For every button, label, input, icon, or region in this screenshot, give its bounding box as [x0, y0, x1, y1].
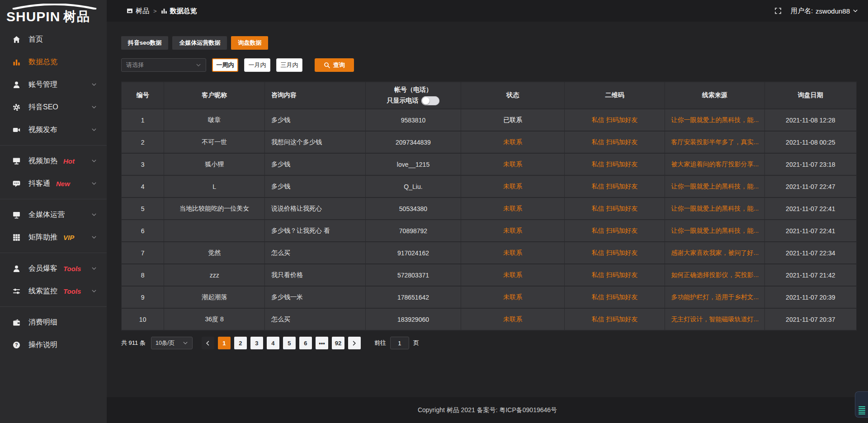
cell-source-link[interactable]: 让你一眼就爱上的黑科技，能...	[665, 175, 764, 197]
page-number-button[interactable]: 1	[218, 337, 231, 349]
cell-source-link[interactable]: 被大家追着问的客厅投影分享...	[665, 153, 764, 175]
widget-bar	[859, 414, 865, 414]
page-number-label: 3	[255, 340, 258, 347]
cell-inquiry: 我想问这个多少钱	[265, 131, 366, 153]
cell-qr-actions[interactable]: 私信 扫码加好友	[565, 220, 665, 242]
sidebar-item[interactable]: 消费明细	[0, 311, 107, 334]
gear-icon	[13, 103, 22, 111]
breadcrumb-page[interactable]: 数据总览	[161, 7, 197, 15]
table-row: 6 多少钱？让我死心 看 70898792 未联系 私信 扫码加好友 让你一眼就…	[122, 220, 857, 242]
cell-source-link[interactable]: 让你一眼就爱上的黑科技，能...	[665, 220, 764, 242]
sidebar-item-label: 账号管理	[28, 80, 57, 89]
phone-only-toggle[interactable]	[421, 96, 439, 105]
table-row: 4 L 多少钱 Q_Liu. 未联系 私信 扫码加好友 让你一眼就爱上的黑科技，…	[122, 175, 857, 197]
cell-no: 5	[122, 197, 164, 220]
total-count: 共 911 条	[121, 339, 146, 347]
col-header-status: 状态	[461, 82, 565, 109]
cell-date: 2021-11-07 23:18	[764, 153, 856, 175]
cell-source-link[interactable]: 多功能护栏灯，适用于乡村文...	[665, 286, 764, 308]
cell-date: 2021-11-07 22:41	[764, 220, 856, 242]
chevron-down-icon	[91, 212, 97, 217]
cell-qr-actions[interactable]: 私信 扫码加好友	[565, 197, 665, 220]
username-label: 用户名:	[791, 7, 813, 15]
date-range-button[interactable]: 一周内	[212, 58, 238, 72]
next-page-button[interactable]	[348, 337, 361, 349]
cell-qr-actions[interactable]: 私信 扫码加好友	[565, 131, 665, 153]
cell-qr-actions[interactable]: 私信 扫码加好友	[565, 175, 665, 197]
topbar: 树品 > 数据总览 用户名: zswodun88	[107, 0, 868, 22]
sidebar-item[interactable]: 线索监控 Tools	[0, 280, 107, 302]
tab[interactable]: 询盘数据	[231, 36, 268, 50]
cell-account: 183929060	[365, 308, 461, 330]
page-number-button[interactable]: 5	[283, 337, 296, 349]
cell-source-link[interactable]: 让你一眼就爱上的黑科技，能...	[665, 109, 764, 131]
cell-source-link[interactable]: 如何正确选择投影仪，买投影...	[665, 264, 764, 286]
filter-select[interactable]: 请选择	[121, 58, 206, 72]
goto-unit: 页	[413, 339, 419, 347]
sidebar-item[interactable]: 会员爆客 Tools	[0, 257, 107, 280]
table-row: 9 潮起潮落 多少钱一米 178651642 未联系 私信 扫码加好友 多功能护…	[122, 286, 857, 308]
widget-bar	[859, 406, 865, 407]
cell-inquiry: 怎么买	[265, 242, 366, 264]
sidebar-item[interactable]: 抖客通 New	[0, 172, 107, 195]
search-button[interactable]: 查询	[315, 58, 354, 72]
date-range-button[interactable]: 三月内	[276, 58, 302, 72]
page-number-button[interactable]: 2	[234, 337, 247, 349]
cell-qr-actions[interactable]: 私信 扫码加好友	[565, 109, 665, 131]
page-size-select[interactable]: 10条/页	[151, 337, 193, 349]
brand-en: SHUPIN	[6, 9, 60, 24]
page-number-button[interactable]: •••	[316, 337, 328, 349]
floating-widget[interactable]	[855, 391, 868, 418]
filter-bar: 请选择 一周内 一月内 三月内	[121, 58, 857, 72]
chart-icon	[161, 8, 167, 14]
cell-qr-actions[interactable]: 私信 扫码加好友	[565, 242, 665, 264]
cell-qr-actions[interactable]: 私信 扫码加好友	[565, 308, 665, 330]
cell-source-link[interactable]: 让你一眼就爱上的黑科技，能...	[665, 197, 764, 220]
goto-page-input[interactable]	[390, 337, 409, 349]
cell-inquiry: 怎么买	[265, 308, 366, 330]
sidebar-item[interactable]: 抖音SEO	[0, 96, 107, 118]
sidebar-item[interactable]: 首页	[0, 28, 107, 51]
page-number-label: 2	[239, 340, 242, 347]
fullscreen-button[interactable]	[774, 7, 782, 14]
cell-source-link[interactable]: 客厅安装投影半年多了，真实...	[665, 131, 764, 153]
cell-nickname: 不可一世	[164, 131, 265, 153]
sidebar-item-label: 线索监控	[28, 287, 57, 296]
cell-source-link[interactable]: 无主灯设计，智能磁吸轨道灯...	[665, 308, 764, 330]
sidebar-item[interactable]: ? 操作说明	[0, 334, 107, 356]
cell-account: 70898792	[365, 220, 461, 242]
breadcrumb-brand[interactable]: 树品	[127, 7, 149, 15]
sidebar-item[interactable]: 数据总览	[0, 51, 107, 73]
sidebar-item[interactable]: 视频加热 Hot	[0, 150, 107, 172]
cell-account: 572803371	[365, 264, 461, 286]
page-number-button[interactable]: 4	[267, 337, 279, 349]
inquiry-table: 编号 客户昵称 咨询内容 帐号（电话） 只显示电话 状态 二维码 线索来源 询盘…	[121, 81, 857, 331]
user-menu[interactable]: 用户名: zswodun88	[791, 7, 858, 15]
wallet-icon	[13, 319, 22, 326]
sidebar-item[interactable]: 矩阵助推 VIP	[0, 226, 107, 249]
prev-page-button[interactable]	[202, 337, 214, 349]
page-number-button[interactable]: 6	[299, 337, 312, 349]
cell-qr-actions[interactable]: 私信 扫码加好友	[565, 264, 665, 286]
cell-source-link[interactable]: 感谢大家喜欢我家，被问了好...	[665, 242, 764, 264]
page-number-button[interactable]: 3	[250, 337, 263, 349]
sidebar-item[interactable]: 全媒体运营	[0, 203, 107, 226]
user-icon	[13, 81, 22, 89]
sidebar-item[interactable]: 账号管理	[0, 73, 107, 96]
cell-qr-actions[interactable]: 私信 扫码加好友	[565, 286, 665, 308]
cell-date: 2021-11-07 22:41	[764, 197, 856, 220]
username-value: zswodun88	[816, 7, 850, 15]
logo: SHUPIN 树品	[0, 0, 107, 28]
sidebar-item-badge: VIP	[63, 234, 74, 241]
date-range-button[interactable]: 一月内	[244, 58, 270, 72]
page-number-button[interactable]: 92	[332, 337, 344, 349]
col-header-date: 询盘日期	[764, 82, 856, 109]
goto-page: 前往 页	[374, 337, 419, 349]
table-row: 5 当地比较能吃的一位美女 说说价格让我死心 50534380 未联系 私信 扫…	[122, 197, 857, 220]
main-content: 抖音seo数据 全媒体运营数据 询盘数据 请选择 一周内	[107, 22, 868, 423]
tab[interactable]: 抖音seo数据	[121, 36, 168, 50]
cell-no: 2	[122, 131, 164, 153]
sidebar-item[interactable]: 视频发布	[0, 118, 107, 141]
tab[interactable]: 全媒体运营数据	[172, 36, 227, 50]
cell-qr-actions[interactable]: 私信 扫码加好友	[565, 153, 665, 175]
